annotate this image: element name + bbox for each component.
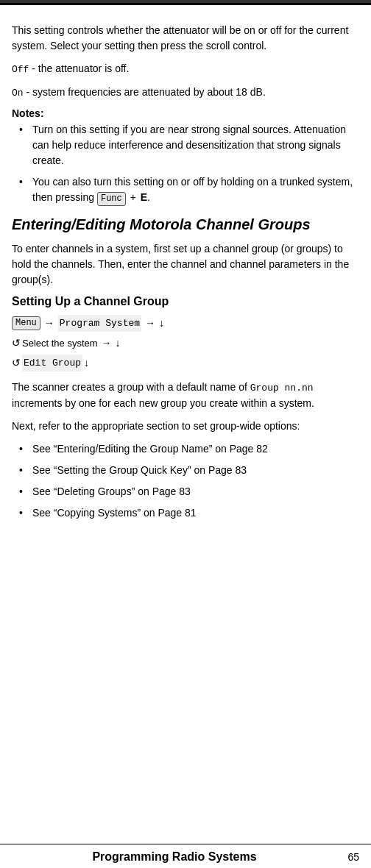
- section1-intro: To enter channels in a system, first set…: [12, 241, 359, 288]
- footer: Programming Radio Systems 65: [0, 844, 371, 868]
- option-3-text: See “Deleting Groups” on Page 83: [32, 485, 191, 497]
- note-2-text: You can also turn this setting on or off…: [32, 176, 353, 203]
- nav-line-2: ↺ Select the system → ↓: [12, 334, 359, 352]
- down-arrow-1: ↓: [159, 314, 164, 332]
- edit-group-mono: Edit Group: [22, 355, 82, 371]
- group-nn-text: Group nn.nn: [250, 383, 314, 394]
- down-arrow-2: ↓: [116, 334, 121, 352]
- off-line: Off - the attenuator is off.: [12, 61, 359, 77]
- program-system-mono: Program System: [58, 315, 141, 332]
- e-key: E: [141, 191, 147, 203]
- scanner-text-2b: increments by one for each new group you…: [12, 397, 314, 409]
- func-key: Func: [97, 192, 126, 206]
- footer-title: Programming Radio Systems: [12, 850, 337, 864]
- on-line: On - system frequencies are attenuated b…: [12, 85, 359, 101]
- nav-line-3: ↺ Edit Group ↓: [12, 354, 359, 372]
- scanner-text-1: The scanner creates a group with a defau…: [12, 381, 247, 393]
- divider-top: [0, 4, 371, 5]
- on-mono: On: [12, 88, 24, 99]
- footer-page: 65: [337, 851, 359, 863]
- arrow-2: →: [145, 314, 155, 332]
- off-text: - the attenuator is off.: [29, 63, 129, 74]
- down-arrow-3: ↓: [84, 354, 89, 372]
- note-1-text: Turn on this setting if you are near str…: [32, 124, 346, 166]
- option-2-text: See “Setting the Group Quick Key” on Pag…: [32, 464, 247, 476]
- options-list: See “Entering/Editing the Group Name” on…: [12, 441, 359, 521]
- option-item-4: See “Copying Systems” on Page 81: [19, 505, 359, 521]
- power-icon-2: ↺: [12, 354, 21, 372]
- option-item-2: See “Setting the Group Quick Key” on Pag…: [19, 463, 359, 478]
- period: .: [147, 191, 150, 203]
- section2-heading: Setting Up a Channel Group: [12, 295, 359, 308]
- off-mono: Off: [12, 64, 29, 75]
- nav-line-1: Menu → Program System → ↓: [12, 314, 359, 332]
- on-text: - system frequencies are attenuated by a…: [24, 86, 266, 98]
- notes-label: Notes:: [12, 107, 359, 119]
- power-icon: ↺: [12, 334, 21, 352]
- next-text: Next, refer to the appropriate section t…: [12, 419, 359, 434]
- note-item-2: You can also turn this setting on or off…: [19, 174, 359, 206]
- main-content: This setting controls whether the attenu…: [0, 13, 371, 544]
- option-item-1: See “Entering/Editing the Group Name” on…: [19, 441, 359, 457]
- section1-heading: Entering/Editing Motorola Channel Groups: [12, 215, 359, 234]
- plus-sign: +: [130, 191, 136, 203]
- note-item-1: Turn on this setting if you are near str…: [19, 122, 359, 168]
- select-system-text: Select the system: [22, 335, 98, 352]
- option-item-3: See “Deleting Groups” on Page 83: [19, 484, 359, 499]
- option-4-text: See “Copying Systems” on Page 81: [32, 507, 197, 519]
- option-1-text: See “Entering/Editing the Group Name” on…: [32, 443, 268, 455]
- arrow-3: →: [102, 334, 112, 352]
- notes-list: Turn on this setting if you are near str…: [12, 122, 359, 206]
- intro-paragraph: This setting controls whether the attenu…: [12, 23, 359, 54]
- arrow-1: →: [44, 314, 54, 332]
- scanner-text-paragraph: The scanner creates a group with a defau…: [12, 380, 359, 411]
- menu-key: Menu: [12, 316, 40, 330]
